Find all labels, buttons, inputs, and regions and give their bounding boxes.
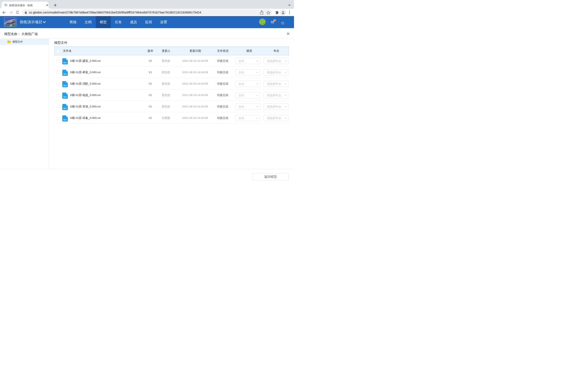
svg-text:RVT: RVT	[63, 62, 67, 64]
svg-text:RVT: RVT	[63, 85, 67, 87]
svg-text:RVT: RVT	[63, 108, 67, 109]
svg-text:?: ?	[282, 22, 283, 24]
svg-text:RVT: RVT	[63, 73, 67, 75]
svg-text:RVT: RVT	[63, 96, 67, 98]
svg-text:RVT: RVT	[63, 119, 67, 121]
